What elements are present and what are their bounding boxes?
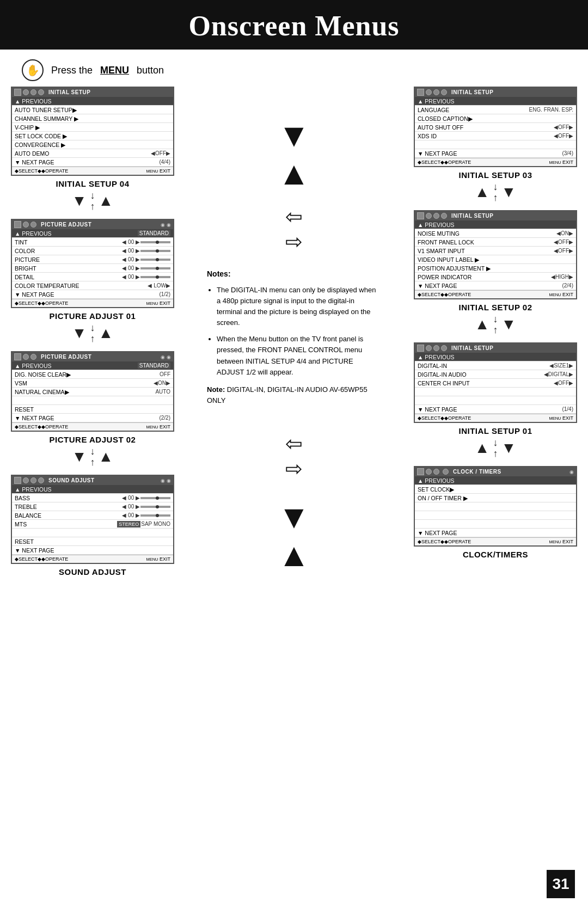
menu-row-next-page-1[interactable]: ▼ NEXT PAGE(4/4) (12, 158, 173, 167)
pa01-icon-2 (23, 222, 29, 228)
ct-row-empty3 (415, 520, 576, 529)
is01-footer: ◆SELECT◆◆OPERATE MENU EXIT (415, 414, 576, 422)
is01-row-previous[interactable]: ▲ PREVIOUS (415, 353, 576, 361)
pa02-row-next[interactable]: ▼ NEXT PAGE (2/2) (12, 414, 173, 422)
ct-row-on-off-timer[interactable]: ON / OFF TIMER ▶ (415, 494, 576, 502)
sa-row-mts[interactable]: MTS STEREO SAP MONO (12, 520, 173, 529)
picture-adjust-01-title: PICTURE ADJUST (41, 222, 91, 228)
is01-icon-2 (426, 345, 432, 351)
is01-arr-right: ▼ (501, 439, 517, 457)
is03-row-previous[interactable]: ▲ PREVIOUS (415, 97, 576, 106)
pa02-row-natural-cinema[interactable]: NATURAL CINEMA▶ AUTO (12, 388, 173, 396)
sa-row-treble[interactable]: TREBLE ◀ 00 ▶ (12, 502, 173, 511)
picture-adjust-02-title: PICTURE ADJUST (41, 354, 91, 360)
pa01-row-previous[interactable]: ▲ PREVIOUS STANDARD (12, 229, 173, 238)
is01-row-digital-in[interactable]: DIGITAL-IN◀SIZE1▶ (415, 361, 576, 370)
is01-row-empty1 (415, 388, 576, 396)
ct-row-next[interactable]: ▼ NEXT PAGE (415, 529, 576, 537)
pa02-icon-2 (23, 354, 29, 360)
is03-row-xds[interactable]: XDS ID◀OFF▶ (415, 132, 576, 140)
pa01-row-color-temp[interactable]: COLOR TEMPERATURE ◀ LOW▶ (12, 281, 173, 290)
ct-icon-3 (433, 469, 439, 475)
menu-icon: ✋ (22, 59, 44, 81)
ct-row-previous[interactable]: ▲ PREVIOUS (415, 476, 576, 485)
menu-row-convergence[interactable]: CONVERGENCE ▶ (12, 140, 173, 149)
page-title: Onscreen Menus (188, 10, 399, 41)
is02-row-next[interactable]: ▼ NEXT PAGE(2/4) (415, 281, 576, 290)
pa01-arr-left: ▼ (72, 324, 87, 342)
header-icon-4 (38, 89, 44, 95)
is02-row-v1-smart[interactable]: V1 SMART INPUT◀OFF▶ (415, 247, 576, 255)
picture-adjust-01-header: PICTURE ADJUST ◉ ◉ (12, 220, 173, 229)
is01-row-digital-in-audio[interactable]: DIGITAL-IN AUDIO◀DIGITAL▶ (415, 370, 576, 379)
pa01-row-next[interactable]: ▼ NEXT PAGE (1/2) (12, 290, 173, 299)
note-item-2: When the Menu button on the TV front pan… (217, 334, 381, 378)
page-number: 31 (547, 870, 575, 898)
press-menu-row: ✋ Press the MENU button (0, 50, 588, 87)
initial-setup-02-section: INITIAL SETUP ▲ PREVIOUS NOISE MUTING◀ON… (414, 210, 577, 339)
is03-icon-2 (426, 89, 432, 95)
is03-arr-left: ▲ (475, 183, 490, 201)
sa-row-next[interactable]: ▼ NEXT PAGE (12, 546, 173, 555)
sa-row-bass[interactable]: BASS ◀ 00 ▶ (12, 494, 173, 502)
is03-row-language[interactable]: LANGUAGEENG. FRAN. ESP. (415, 106, 576, 114)
initial-setup-02-box: INITIAL SETUP ▲ PREVIOUS NOISE MUTING◀ON… (414, 210, 577, 299)
menu-row-auto-demo[interactable]: AUTO DEMO◀OFF▶ (12, 149, 173, 158)
header-icon-3 (30, 89, 36, 95)
initial-setup-03-box: INITIAL SETUP ▲ PREVIOUS LANGUAGEENG. FR… (414, 87, 577, 167)
pa02-arr-right: ▲ (99, 448, 114, 465)
note-label: Note: (207, 385, 225, 394)
is02-row-video-input[interactable]: VIDEO INPUT LABEL ▶ (415, 255, 576, 264)
pa01-row-detail[interactable]: DETAIL ◀ 00 ▶ (12, 273, 173, 281)
big-down-arrow-2: ▼ (278, 501, 310, 533)
ct-row-set-clock[interactable]: SET CLOCK▶ (415, 485, 576, 494)
picture-adjust-02-label: PICTURE ADJUST 02 (11, 435, 174, 444)
big-down-arrow-1: ▼ (278, 119, 310, 152)
pa01-arr-updown: ↓ ↑ (90, 323, 95, 343)
arrow-right-1: ▲ (99, 192, 114, 210)
menu-row-auto-tuner[interactable]: AUTO TUNER SETUP▶ (12, 106, 173, 114)
is02-row-front-panel[interactable]: FRONT PANEL LOCK◀OFF▶ (415, 238, 576, 247)
page-header: Onscreen Menus (0, 0, 588, 50)
pa02-row-dig-noise[interactable]: DIG. NOISE CLEAR▶ OFF (12, 370, 173, 379)
notes-title: Notes: (207, 268, 381, 280)
pa02-row-reset[interactable]: RESET (12, 405, 173, 414)
is03-row-next[interactable]: ▼ NEXT PAGE(3/4) (415, 149, 576, 158)
pa02-footer: ◆SELECT◆◆OPERATE MENU EXIT (12, 422, 173, 431)
pa02-row-vsm[interactable]: VSM ◀ON▶ (12, 379, 173, 388)
is01-row-next[interactable]: ▼ NEXT PAGE(1/4) (415, 405, 576, 414)
is02-row-power-indicator[interactable]: POWER INDICATOR◀HIGH▶ (415, 273, 576, 281)
is02-arr-updown: ↓ ↑ (493, 314, 498, 335)
sa-row-previous[interactable]: ▲ PREVIOUS (12, 485, 173, 494)
initial-setup-03-section: INITIAL SETUP ▲ PREVIOUS LANGUAGEENG. FR… (414, 87, 577, 207)
picture-adjust-02-header: PICTURE ADJUST ◉ ◉ (12, 352, 173, 361)
menu-row-set-lock-code[interactable]: SET LOCK CODE ▶ (12, 132, 173, 140)
pa01-footer: ◆SELECT◆◆OPERATE MENU EXIT (12, 299, 173, 307)
is02-row-previous[interactable]: ▲ PREVIOUS (415, 220, 576, 229)
pa02-arr-updown: ↓ ↑ (90, 446, 95, 467)
sa-icon-3 (30, 477, 36, 483)
note-item-1: The DIGITAL-IN menu can only be displaye… (217, 285, 381, 329)
pa01-row-color[interactable]: COLOR ◀ 00 ▶ (12, 247, 173, 255)
pa01-row-picture[interactable]: PICTURE ◀ 00 ▶ (12, 255, 173, 264)
header-icon-1 (14, 89, 21, 96)
sa-row-balance[interactable]: BALANCE ◀ 00 ▶ (12, 511, 173, 520)
is02-icon-4 (441, 213, 447, 219)
top-nav-arrows: ▼ ▲ (278, 119, 310, 190)
menu-row-channel-summary[interactable]: CHANNEL SUMMARY ▶ (12, 114, 173, 123)
pa01-row-tint[interactable]: TINT ◀ 00 ▶ (12, 238, 173, 247)
is01-row-empty2 (415, 396, 576, 405)
sa-icon-4 (38, 477, 44, 483)
initial-setup-04-arrows: ▼ ↓ ↑ ▲ (11, 191, 174, 211)
is03-row-closed-caption[interactable]: CLOSED CAPTION▶ (415, 114, 576, 123)
is01-row-center-ch[interactable]: CENTER CH INPUT◀OFF▶ (415, 379, 576, 388)
menu-row-previous[interactable]: ▲ PREVIOUS (12, 97, 173, 106)
is03-row-auto-shut[interactable]: AUTO SHUT OFF◀OFF▶ (415, 123, 576, 132)
sa-row-reset[interactable]: RESET (12, 537, 173, 546)
menu-row-vchip[interactable]: V-CHIP ▶ (12, 123, 173, 132)
is02-row-noise-muting[interactable]: NOISE MUTING◀ON▶ (415, 229, 576, 238)
is02-row-position[interactable]: POSITION ADJUSTMENT ▶ (415, 264, 576, 273)
pa02-row-previous[interactable]: ▲ PREVIOUS STANDARD (12, 361, 173, 370)
initial-setup-01-header: INITIAL SETUP (415, 343, 576, 353)
pa01-row-bright[interactable]: BRIGHT ◀ 00 ▶ (12, 264, 173, 273)
